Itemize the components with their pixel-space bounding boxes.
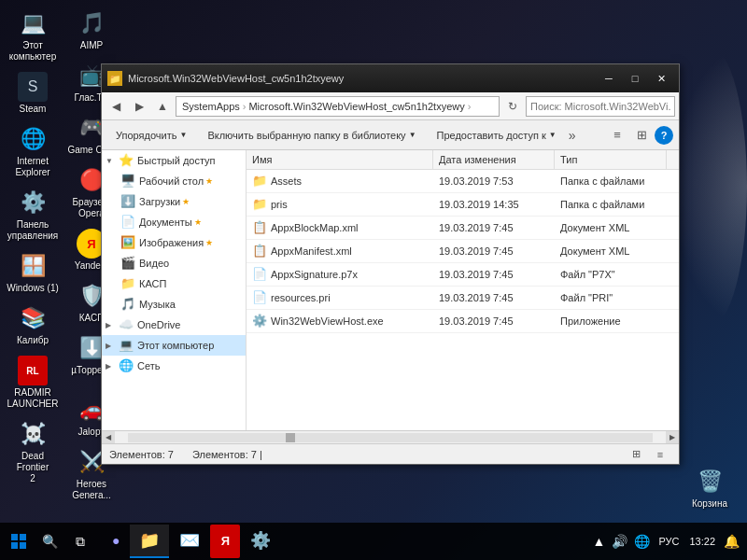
scroll-thumb[interactable]	[286, 433, 295, 442]
file-type-pris: Папка с файлами	[555, 197, 667, 212]
desktop-icon-steam[interactable]: S Steam	[5, 68, 61, 119]
desktop-icon-windows1[interactable]: 🪟 Windows (1)	[5, 247, 61, 298]
organize-button[interactable]: Упорядочить ▼	[107, 124, 195, 147]
status-view-btn1[interactable]: ⊞	[625, 443, 647, 466]
nav-item-kasp-folder[interactable]: 📁 КАСП	[102, 273, 246, 294]
breadcrumb-systemapps[interactable]: SystemApps	[182, 101, 240, 112]
breadcrumb-folder[interactable]: Microsoft.Win32WebViewHost_cw5n1h2txyewy	[248, 101, 464, 112]
nav-item-video[interactable]: 🎬 Видео	[102, 253, 246, 273]
desktop-icons-left: 💻 Этот компьютер S Steam 🌐 InternetExplo…	[5, 5, 61, 488]
include-chevron: ▼	[409, 131, 416, 139]
breadcrumb-sep: ›	[243, 101, 247, 112]
start-button[interactable]	[0, 523, 37, 560]
file-row-pris[interactable]: 📁 pris 19.03.2019 14:35 Папка с файлами	[247, 193, 679, 217]
nav-label-kasp-folder: КАСП	[139, 278, 166, 289]
icon-label-ie: InternetExplorer	[15, 156, 49, 178]
svg-rect-3	[20, 542, 26, 549]
nav-label-desktop: Рабочий стол	[139, 175, 204, 187]
include-library-button[interactable]: Включить выбранную папку в библиотеку ▼	[199, 124, 424, 147]
close-button[interactable]: ✕	[649, 69, 673, 88]
help-button[interactable]: ?	[655, 126, 673, 145]
desktop-icon-control-panel[interactable]: ⚙️ Панельуправления	[5, 184, 61, 245]
file-name-exe: ⚙️ Win32WebViewHost.exe	[247, 312, 433, 330]
taskbar-app-cortana[interactable]: ●	[103, 525, 129, 558]
file-row-appxmanifest[interactable]: 📋 AppxManifest.xml 19.03.2019 7:45 Докум…	[247, 240, 679, 263]
desktop-icon-radmir[interactable]: RL RADMIRLAUNCHER	[5, 352, 61, 413]
minimize-button[interactable]: ─	[597, 69, 621, 88]
nav-item-desktop[interactable]: 🖥️ Рабочий стол ★	[102, 171, 246, 191]
desktop: 💻 Этот компьютер S Steam 🌐 InternetExplo…	[0, 0, 747, 560]
col-header-size[interactable]: Размер	[667, 150, 679, 169]
back-button[interactable]: ◀	[106, 96, 126, 117]
share-button[interactable]: Предоставить доступ к ▼	[429, 124, 565, 147]
file-row-appxsig[interactable]: 📄 AppxSignature.p7x 19.03.2019 7:45 Файл…	[247, 263, 679, 287]
nav-item-onedrive[interactable]: ▶ ☁️ OneDrive	[102, 315, 246, 335]
icon-label-control-panel: Панельуправления	[7, 219, 59, 242]
xml-icon-appxmanifest: 📋	[252, 244, 267, 259]
file-row-resources[interactable]: 📄 resources.pri 19.03.2019 7:45 Файл "PR…	[247, 287, 679, 310]
view-toggle-button[interactable]: ⊞	[630, 124, 653, 147]
file-label-exe: Win32WebViewHost.exe	[271, 315, 384, 327]
systray-volume[interactable]: 🔊	[610, 532, 629, 551]
taskbar-search-button[interactable]: 🔍	[37, 523, 62, 560]
col-header-name[interactable]: Имя	[247, 150, 433, 169]
desktop-icon-ie[interactable]: 🌐 InternetExplorer	[5, 120, 61, 182]
language-label: РУС	[658, 536, 679, 547]
toolbar-right: ≡ ⊞ ?	[606, 124, 673, 147]
taskbar-app-yandex[interactable]: Я	[210, 525, 240, 558]
file-list: Имя Дата изменения Тип Размер 📁 Assets 1…	[247, 150, 679, 430]
nav-label-this-computer: Этот компьютер	[137, 340, 214, 351]
status-right: ⊞ ≡	[625, 443, 671, 466]
desktop-icon-trash[interactable]: 🗑️ Корзина	[682, 463, 738, 513]
systray-language[interactable]: РУС	[655, 536, 683, 547]
file-row-assets[interactable]: 📁 Assets 19.03.2019 7:53 Папка с файлами	[247, 170, 679, 193]
file-row-appxblockmap[interactable]: 📋 AppxBlockMap.xml 19.03.2019 7:45 Докум…	[247, 217, 679, 240]
file-row-exe[interactable]: ⚙️ Win32WebViewHost.exe 19.03.2019 7:45 …	[247, 310, 679, 333]
forward-button[interactable]: ▶	[129, 96, 149, 117]
window-title: Microsoft.Win32WebViewHost_cw5n1h2txyewy	[128, 73, 597, 84]
view-details-button[interactable]: ≡	[606, 124, 628, 147]
taskbar-app-mail[interactable]: ✉️	[170, 525, 209, 558]
nav-item-quick-access[interactable]: ▼ ⭐ Быстрый доступ	[102, 150, 246, 171]
maximize-button[interactable]: □	[623, 69, 647, 88]
desktop-icon-my-computer[interactable]: 💻 Этот компьютер	[5, 5, 61, 66]
file-size-resources: 2 КБ	[667, 290, 679, 305]
quick-access-icon: ⭐	[119, 153, 134, 168]
taskbar-app-folder[interactable]: 📁	[130, 525, 169, 558]
task-view-button[interactable]: ⧉	[62, 523, 99, 560]
toolbar-more[interactable]: »	[569, 128, 576, 143]
systray-network[interactable]: 🌐	[632, 532, 652, 551]
nav-item-network[interactable]: ▶ 🌐 Сеть	[102, 356, 246, 376]
scroll-left-button[interactable]: ◀	[102, 431, 115, 444]
file-date-assets: 19.03.2019 7:53	[433, 174, 555, 189]
file-date-resources: 19.03.2019 7:45	[433, 290, 555, 305]
address-breadcrumb[interactable]: SystemApps › Microsoft.Win32WebViewHost_…	[176, 96, 500, 117]
col-header-type[interactable]: Тип	[555, 150, 667, 169]
notification-icon[interactable]: 🔔	[722, 532, 741, 551]
file-type-appxblockmap: Документ XML	[555, 220, 667, 235]
systray-arrow[interactable]: ▲	[591, 532, 608, 551]
systray-clock[interactable]: 13:22	[685, 535, 719, 548]
col-header-date[interactable]: Дата изменения	[433, 150, 555, 169]
nav-item-music[interactable]: 🎵 Музыка	[102, 294, 246, 315]
up-button[interactable]: ▲	[152, 96, 173, 117]
desktop-icon-dead-frontier[interactable]: ☠️ Dead Frontier2	[5, 415, 61, 488]
file-size-appxmanifest: 4 КБ	[667, 244, 679, 259]
status-view-btn2[interactable]: ≡	[649, 443, 671, 466]
include-library-label: Включить выбранную папку в библиотеку	[207, 130, 405, 141]
desktop-icon-aimp[interactable]: 🎵 AIMP	[63, 5, 120, 55]
taskbar-app-settings[interactable]: ⚙️	[241, 525, 280, 558]
nav-item-downloads[interactable]: ⬇️ Загрузки ★	[102, 191, 246, 212]
desktop-icon-calibre[interactable]: 📚 Калибр	[5, 300, 61, 350]
refresh-button[interactable]: ↻	[502, 96, 523, 117]
status-bar: Элементов: 7 Элементов: 7 | ⊞ ≡	[102, 443, 679, 464]
scroll-right-button[interactable]: ▶	[666, 431, 679, 444]
file-size-assets	[667, 179, 679, 183]
star-icon2: ★	[182, 197, 190, 206]
nav-item-this-computer[interactable]: ▶ 💻 Этот компьютер	[102, 335, 246, 356]
aimp-icon: 🎵	[77, 8, 106, 38]
file-date-exe: 19.03.2019 7:45	[433, 314, 555, 329]
search-input[interactable]	[526, 96, 675, 117]
nav-item-documents[interactable]: 📄 Документы ★	[102, 212, 246, 232]
nav-item-images[interactable]: 🖼️ Изображения ★	[102, 232, 246, 253]
